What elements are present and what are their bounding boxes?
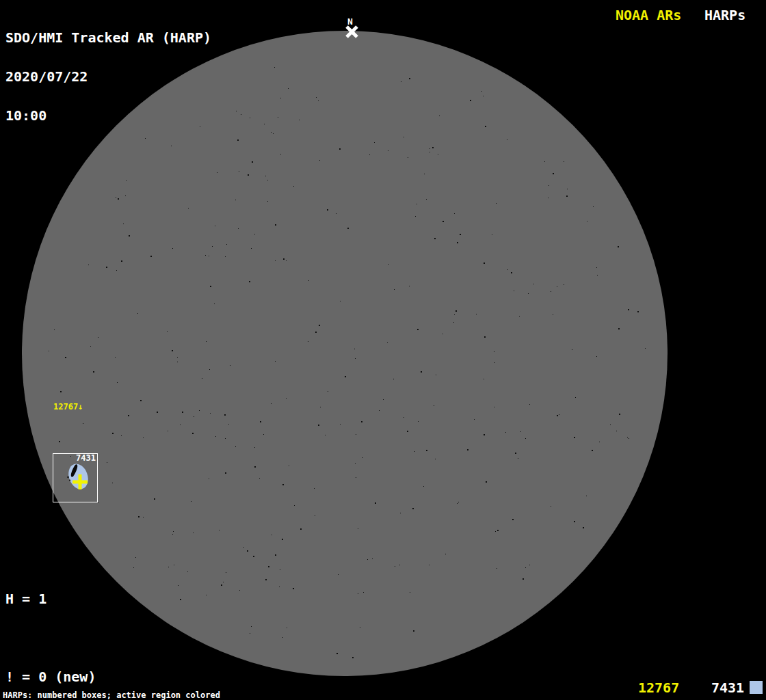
footer-notes: HARPs: numbered boxes; active region col… — [3, 676, 289, 700]
footer-harp-number: 7431 — [711, 679, 744, 696]
harp-box: 7431 — [53, 453, 98, 502]
noaa-ars-legend-label: NOAA ARs — [616, 7, 681, 23]
harp-box-number: 7431 — [76, 454, 96, 463]
title-block: SDO/HMI Tracked AR (HARP) 2020/07/22 10:… — [5, 5, 211, 135]
harp-count-line: H = 1 — [5, 593, 162, 606]
harp-color-swatch — [750, 681, 763, 694]
noaa-ar-number-label: 12767↓ — [53, 402, 83, 412]
time-label: 10:00 — [5, 109, 211, 122]
noaa-cross-icon — [72, 474, 88, 490]
legend-gap — [5, 632, 162, 645]
north-cross-icon — [345, 25, 359, 39]
date-label: 2020/07/22 — [5, 70, 211, 83]
harp-tracker-screen: { "title_block": { "title": "SDO/HMI Tra… — [0, 0, 766, 700]
harps-note: HARPs: numbered boxes; active region col… — [3, 692, 289, 700]
footer-noaa-number: 12767 — [638, 679, 679, 696]
page-title: SDO/HMI Tracked AR (HARP) — [5, 31, 211, 44]
harps-legend-label: HARPs — [704, 7, 745, 23]
